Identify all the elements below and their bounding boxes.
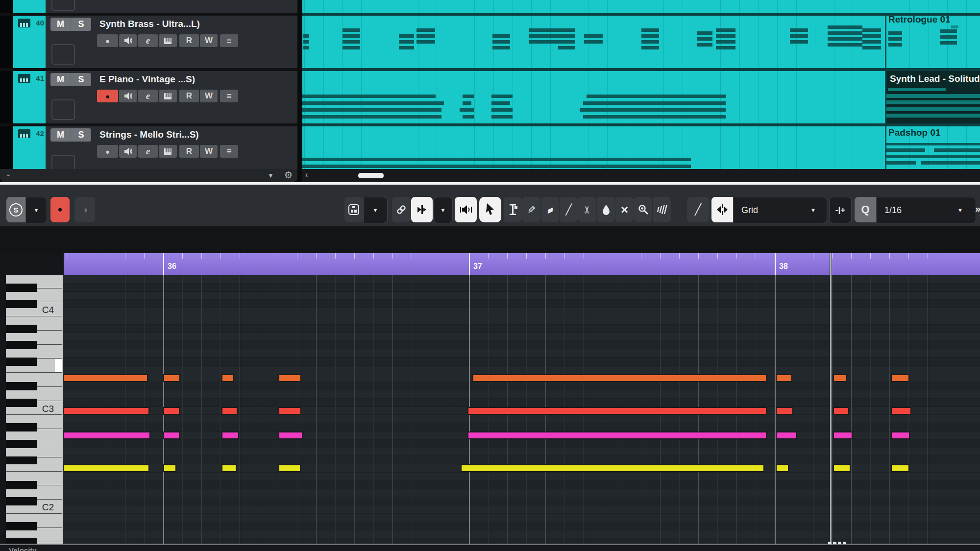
midi-note-F2[interactable]	[163, 464, 176, 472]
scroll-left-icon[interactable]: ‹	[305, 170, 308, 179]
read-automation-button[interactable]: R	[179, 90, 199, 102]
track-controls-list-icon[interactable]: ≡	[220, 145, 238, 158]
midi-note-F2[interactable]	[63, 464, 149, 472]
black-key[interactable]	[6, 358, 37, 366]
glue-tool[interactable]	[597, 197, 615, 222]
timeline-ruler[interactable]: 363738	[0, 253, 980, 275]
horizontal-scrollbar[interactable]: ‹	[302, 169, 980, 182]
black-key[interactable]	[6, 538, 37, 544]
midi-note-E3[interactable]	[221, 374, 234, 382]
solo-button[interactable]: S	[71, 18, 91, 31]
split-tool[interactable]: ✂	[578, 197, 596, 222]
midi-note-E3[interactable]	[63, 374, 148, 382]
instrument-button[interactable]	[159, 90, 177, 102]
link-editors-button[interactable]	[392, 197, 411, 222]
solo-button[interactable]: S	[71, 73, 91, 86]
zoom-tool[interactable]	[634, 197, 652, 222]
write-automation-button[interactable]: W	[200, 34, 218, 47]
track-row-42[interactable]: 42 M S Strings - Mello Stri...S) ● e R W…	[0, 126, 297, 169]
track-name[interactable]: E Piano - Vintage ...S)	[99, 74, 195, 85]
black-key[interactable]	[6, 325, 37, 333]
snap-offset-button[interactable]: -|+	[829, 197, 852, 223]
black-key[interactable]	[6, 522, 37, 530]
black-key[interactable]	[6, 440, 37, 448]
clip-label-padshop[interactable]: Padshop 01	[888, 127, 941, 138]
midi-note-E3[interactable]	[472, 374, 767, 382]
midi-note-A2[interactable]	[467, 431, 767, 439]
midi-note-E3[interactable]	[278, 374, 301, 382]
midi-note-A2[interactable]	[221, 431, 239, 439]
playhead-cursor[interactable]	[830, 253, 832, 545]
edit-channel-button[interactable]: e	[138, 90, 158, 102]
piano-keyboard[interactable]: C4C3C2	[6, 275, 63, 544]
monitor-button[interactable]	[119, 145, 137, 158]
editor-record-button[interactable]: ●	[50, 197, 70, 222]
midi-note-A2[interactable]	[163, 431, 180, 439]
midi-note-C3[interactable]	[776, 407, 793, 415]
track-name[interactable]: Strings - Mello Stri...S)	[99, 129, 199, 140]
clip-label-retrologue[interactable]: Retrologue 01	[888, 14, 951, 25]
instrument-button[interactable]	[159, 145, 177, 158]
black-key[interactable]	[6, 341, 37, 349]
midi-note-C3[interactable]	[891, 407, 911, 415]
acoustic-feedback-button-disabled[interactable]: ◑	[74, 197, 95, 222]
note-grid[interactable]	[63, 275, 980, 544]
monitor-button[interactable]	[119, 34, 137, 47]
scrollbar-thumb[interactable]	[358, 173, 384, 178]
record-enable-button[interactable]: ●	[97, 145, 118, 158]
edit-channel-button[interactable]: e	[138, 145, 158, 158]
black-key[interactable]	[6, 423, 37, 431]
track-row-41[interactable]: 41 M S E Piano - Vintage ...S) ● e R W ≡	[0, 71, 297, 126]
midi-note-F2[interactable]	[776, 464, 789, 472]
solo-button[interactable]: S	[71, 128, 91, 142]
midi-note-A2[interactable]	[278, 431, 303, 439]
midi-note-A2[interactable]	[63, 431, 150, 439]
midi-note-F2[interactable]	[278, 464, 301, 472]
knife-tool[interactable]: ╱	[560, 197, 578, 222]
line-tool[interactable]: ╱	[687, 197, 709, 222]
midi-note-E3[interactable]	[163, 374, 180, 382]
midi-note-F2[interactable]	[833, 464, 851, 472]
black-key[interactable]	[6, 382, 37, 390]
autoscroll-button-active[interactable]	[411, 197, 433, 222]
midi-note-E3[interactable]	[891, 374, 909, 382]
clip-synth-lead-solitude[interactable]: Synth Lead - Solitude	[886, 71, 980, 123]
chevron-down-icon[interactable]: ▼	[268, 172, 274, 179]
object-selection-tool-active[interactable]	[479, 197, 501, 222]
record-enable-button-armed[interactable]: ●	[97, 90, 118, 102]
mute-button[interactable]: M	[50, 128, 71, 142]
acoustic-feedback-button-active[interactable]	[455, 197, 477, 222]
snap-type-dropdown[interactable]: Grid ▼	[733, 197, 827, 223]
trim-tool[interactable]	[504, 197, 522, 222]
track-controls-list-icon[interactable]: ≡	[220, 90, 238, 102]
time-warp-tool[interactable]	[653, 197, 671, 222]
toolbar-overflow-icon[interactable]: »	[975, 203, 980, 215]
write-automation-button[interactable]: W	[200, 90, 218, 102]
midi-note-F2[interactable]	[221, 464, 237, 472]
midi-note-C3[interactable]	[63, 407, 149, 415]
autoscroll-dropdown[interactable]: ▼	[433, 197, 453, 223]
midi-note-F2[interactable]	[461, 464, 764, 472]
edit-channel-button[interactable]: e	[138, 34, 158, 47]
midi-note-E3[interactable]	[833, 374, 847, 382]
window-layout-button[interactable]	[344, 197, 363, 222]
midi-note-C3[interactable]	[163, 407, 180, 415]
read-automation-button[interactable]: R	[179, 145, 199, 158]
midi-note-C3[interactable]	[467, 407, 767, 415]
midi-note-C3[interactable]	[278, 407, 301, 415]
black-key[interactable]	[6, 481, 37, 489]
read-automation-button[interactable]: R	[179, 34, 199, 47]
event-display[interactable]: Retrologue 01 Padshop 01 Synth Lead - So…	[302, 0, 980, 169]
snap-button-active[interactable]	[711, 197, 733, 222]
instrument-button[interactable]	[159, 34, 177, 47]
midi-note-E3[interactable]	[776, 374, 792, 382]
midi-note-A2[interactable]	[891, 431, 910, 439]
editor-solo-button[interactable]: S	[6, 197, 25, 222]
track-row-40[interactable]: 40 M S Synth Brass - Ultra...L) ● e R W …	[0, 16, 297, 71]
black-key[interactable]	[6, 284, 37, 292]
midi-note-A2[interactable]	[833, 431, 853, 439]
track-controls-list-icon[interactable]: ≡	[220, 34, 238, 47]
track-name[interactable]: Synth Brass - Ultra...L)	[99, 19, 200, 29]
mute-button[interactable]: M	[50, 18, 71, 31]
midi-note-C3[interactable]	[221, 407, 238, 415]
